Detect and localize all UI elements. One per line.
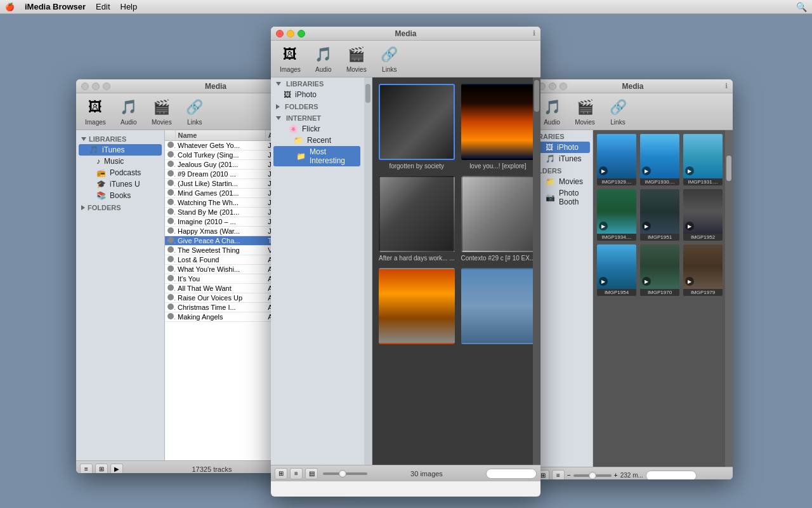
itunesu-item[interactable]: 🎓 iTunes U — [84, 178, 164, 190]
right-photo-item[interactable]: ▶ IMGP1952 — [683, 189, 723, 241]
traffic-lights-flickr[interactable] — [276, 30, 305, 37]
grid-btn-flickr[interactable]: ⊞ — [275, 468, 287, 479]
movies-btn-right[interactable]: 🎬 Movies — [571, 96, 599, 127]
grid-view-btn[interactable]: ⊞ — [95, 464, 108, 474]
app-name[interactable]: iMedia Browser — [25, 2, 86, 11]
help-menu[interactable]: Help — [121, 2, 138, 11]
flickr-window-title: Media — [395, 29, 416, 38]
play-badge: ▶ — [642, 166, 651, 175]
zoom-slider[interactable]: − + — [567, 472, 618, 479]
slider-thumb[interactable] — [589, 472, 596, 479]
track-dot-cell — [165, 170, 175, 179]
photo-scrollbar[interactable] — [533, 77, 540, 465]
right-search[interactable] — [646, 471, 697, 480]
list-view-btn[interactable]: ≡ — [80, 464, 93, 474]
images-label-flickr: Images — [280, 66, 301, 73]
flickr-photo-item[interactable]: Contexto #29 c [# 10 EX... — [461, 176, 535, 262]
detail-btn-flickr[interactable]: ▤ — [305, 468, 318, 479]
col-name[interactable]: Name — [175, 130, 265, 141]
images-btn-flickr[interactable]: 🖼 Images — [276, 43, 304, 74]
track-name-cell: What You're Wishi... — [175, 265, 265, 274]
right-photo-item[interactable]: ▶ IMGP1970 — [640, 244, 679, 296]
right-photo-item[interactable]: ▶ IMGP1979 — [683, 244, 723, 296]
search-icon[interactable]: 🔍 — [796, 2, 807, 12]
movies-btn-flickr[interactable]: 🎬 Movies — [343, 43, 370, 74]
music-item[interactable]: ♪ Music — [84, 156, 164, 167]
audio-btn-flickr[interactable]: 🎵 Audio — [310, 43, 337, 74]
photo-scrollbar-thumb[interactable] — [534, 80, 539, 112]
movies-label-right: Movies — [575, 119, 595, 126]
min-button-right[interactable] — [549, 83, 556, 90]
flickr-photo-caption: Contexto #29 c [# 10 EX... — [461, 255, 535, 262]
audio-icon-back: 🎵 — [119, 97, 139, 117]
podcasts-item[interactable]: 📻 Podcasts — [84, 167, 164, 178]
movies-item-right[interactable]: 📁 Movies — [533, 176, 593, 187]
flickr-photo-item[interactable]: After a hard days work... ... — [379, 176, 455, 262]
traffic-lights-right[interactable] — [538, 83, 567, 90]
flickr-item[interactable]: 🌸 Flickr — [271, 123, 363, 135]
photobooth-item-right[interactable]: 📷 Photo Booth — [533, 187, 593, 208]
movies-btn-back[interactable]: 🎬 Movies — [148, 96, 176, 127]
edit-menu[interactable]: Edit — [96, 2, 110, 11]
scrollbar-thumb-right[interactable] — [726, 156, 731, 181]
links-btn-back[interactable]: 🔗 Links — [181, 96, 209, 127]
min-button-flickr[interactable] — [287, 30, 294, 37]
right-photo-item[interactable]: ▶ IMGP1929.... — [597, 134, 636, 185]
movies-label-back: Movies — [152, 119, 172, 126]
flickr-slider[interactable] — [323, 472, 367, 475]
menubar: 🍎 iMedia Browser Edit Help 🔍 — [0, 0, 812, 14]
flickr-scrollbar-thumb[interactable] — [365, 84, 370, 103]
links-btn-right[interactable]: 🔗 Links — [604, 96, 632, 127]
itunesu-label: iTunes U — [110, 180, 140, 189]
right-thumb-label: IMGP1954 — [597, 289, 636, 296]
books-item[interactable]: 📚 Books — [84, 190, 164, 201]
most-interesting-item[interactable]: 📁 Most Interesting — [273, 146, 360, 166]
right-photo-item[interactable]: ▶ IMGP1934.... — [597, 189, 636, 241]
audio-btn-right[interactable]: 🎵 Audio — [538, 96, 566, 127]
track-name-cell: #9 Dream (2010 ... — [175, 170, 265, 179]
flickr-image-count: 30 images — [370, 470, 483, 478]
flickr-photo-item[interactable]: love you...! [explore] — [461, 84, 535, 170]
list-btn-right[interactable]: ≡ — [552, 470, 565, 480]
flickr-photo-grid: forgotten by society love you...! [explo… — [372, 77, 540, 353]
right-photo-item[interactable]: ▶ IMGP1930.... — [640, 134, 679, 185]
links-btn-flickr[interactable]: 🔗 Links — [376, 43, 403, 74]
track-name-cell: Cold Turkey (Sing... — [175, 150, 265, 160]
max-button-right[interactable] — [560, 83, 567, 90]
books-label: Books — [110, 191, 131, 200]
flickr-photo-item[interactable]: forgotten by society — [379, 84, 455, 170]
max-button-back[interactable] — [103, 83, 110, 90]
flickr-slider-thumb[interactable] — [339, 470, 346, 478]
itunes-item-right[interactable]: 🎵 iTunes — [533, 153, 593, 164]
apple-menu[interactable]: 🍎 — [5, 3, 15, 11]
audio-btn-back[interactable]: 🎵 Audio — [115, 96, 143, 127]
flickr-slider-track[interactable] — [323, 472, 367, 475]
right-photo-item[interactable]: ▶ IMGP1931.... — [683, 134, 723, 185]
close-button-flickr[interactable] — [276, 30, 284, 37]
flickr-photo-item[interactable] — [379, 268, 455, 347]
min-button-back[interactable] — [92, 83, 100, 90]
list-btn-flickr[interactable]: ≡ — [290, 468, 303, 479]
iphoto-item-right[interactable]: 🖼 iPhoto — [535, 142, 590, 153]
slider-track[interactable] — [573, 474, 612, 477]
folders-header: FOLDERS — [76, 201, 164, 213]
flickr-photo-item[interactable] — [461, 268, 535, 347]
right-photo-item[interactable]: ▶ IMGP1954 — [597, 244, 636, 296]
right-info-icon[interactable]: ℹ — [725, 82, 728, 90]
flickr-search[interactable] — [486, 469, 537, 479]
track-name-cell: Making Angels — [175, 312, 265, 322]
right-photo-item[interactable]: ▶ IMGP1951 — [640, 189, 679, 241]
max-button-flickr[interactable] — [298, 30, 305, 37]
play-btn[interactable]: ▶ — [110, 464, 123, 474]
images-btn-back[interactable]: 🖼 Images — [81, 96, 110, 127]
recent-item[interactable]: 📁 Recent — [271, 135, 363, 146]
itunes-item[interactable]: 🎵 iTunes — [79, 144, 162, 156]
track-dot-cell — [165, 312, 175, 322]
links-icon-flickr: 🔗 — [379, 44, 400, 65]
right-scrollbar[interactable] — [725, 130, 733, 467]
close-button-back[interactable] — [81, 83, 89, 90]
flickr-info-icon[interactable]: ℹ — [533, 29, 535, 37]
iphoto-item-flickr[interactable]: 🖼 iPhoto — [271, 89, 363, 100]
traffic-lights-back[interactable] — [81, 83, 110, 90]
flickr-scrollbar[interactable] — [364, 77, 372, 465]
